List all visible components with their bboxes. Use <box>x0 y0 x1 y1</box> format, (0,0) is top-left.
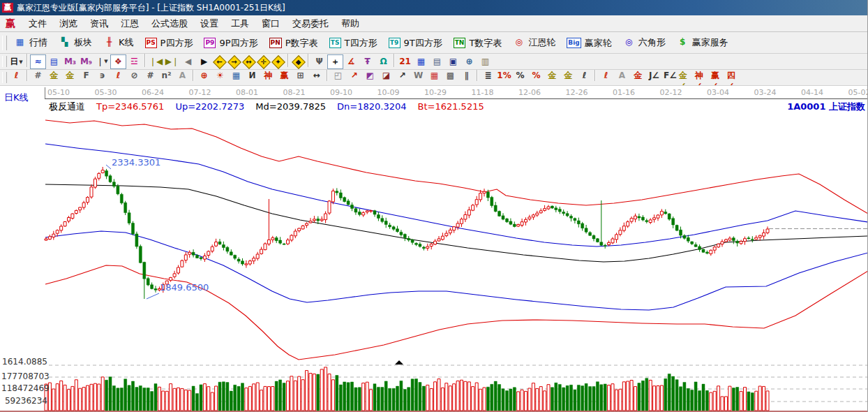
gold-underline-tool[interactable]: 金 <box>631 70 645 82</box>
gann-wheel-button[interactable]: ◎江恩轮 <box>507 35 561 50</box>
menu-item-公式选股[interactable]: 公式选股 <box>145 17 194 30</box>
menu-item-窗口[interactable]: 窗口 <box>255 17 286 30</box>
menu-item-交易委托[interactable]: 交易委托 <box>286 17 335 30</box>
circle-cross-tool[interactable]: ⊕ <box>197 70 211 82</box>
a-lines-tool[interactable]: A <box>175 70 190 82</box>
gold-circle-tool[interactable]: 金 <box>545 70 560 82</box>
full-view-diamond[interactable]: ◆ <box>292 56 305 69</box>
pan-hand-tool[interactable]: Ψ <box>312 55 327 68</box>
hash-grid-tool[interactable]: # <box>143 70 158 82</box>
gold-grid-tool[interactable]: 金 <box>47 70 61 82</box>
nine-grid-tool[interactable]: ϶ <box>95 70 110 82</box>
expand-x-diamond[interactable]: ↔ <box>242 56 255 69</box>
last-bar-button[interactable]: ▶❘ <box>165 55 179 68</box>
notes-tool[interactable]: ▤ <box>430 55 444 68</box>
period-selector[interactable]: 日▼ <box>9 55 24 68</box>
9t-square-button[interactable]: T99T四方形 <box>383 36 448 51</box>
percent-under-tool[interactable]: % <box>529 70 544 82</box>
gold-grid2-tool[interactable]: 金 <box>63 70 77 82</box>
kline-button[interactable]: ╫K线 <box>98 35 140 50</box>
f-grid-tool[interactable]: F <box>79 70 93 82</box>
j-angle-tool[interactable]: J∠ <box>647 70 661 82</box>
next-bar-button[interactable]: ▶ <box>197 55 211 68</box>
price-list-tool[interactable]: ≣ <box>481 70 495 82</box>
prev-bar-button[interactable]: ◀ <box>181 55 195 68</box>
f-angle-tool[interactable]: F∠ <box>663 70 678 82</box>
percent-tool[interactable]: % <box>513 70 527 82</box>
chip-distribution-tool[interactable]: ☲ <box>127 55 142 68</box>
gann-fan-red-tool[interactable]: ↗ <box>347 70 361 82</box>
calculator-tool[interactable]: ▦ <box>414 55 428 68</box>
t-table-button[interactable]: TNT数字表 <box>448 36 508 51</box>
hexagon-button[interactable]: ◎六角形 <box>618 35 671 50</box>
shen-angle-tool[interactable]: 神∠ <box>695 74 710 86</box>
menu-item-江恩[interactable]: 江恩 <box>114 17 145 30</box>
winner-wheel-button[interactable]: Big赢家轮 <box>561 36 617 51</box>
menu-item-浏览[interactable]: 浏览 <box>53 17 84 30</box>
pen-black-tool[interactable]: ℓ <box>577 70 592 82</box>
fan-box-purple-tool[interactable]: ◩ <box>363 70 377 82</box>
first-bar-button[interactable]: ❘◀ <box>149 55 163 68</box>
toolbar-grip[interactable] <box>2 56 7 66</box>
chart-style-tool[interactable]: ≈ <box>31 55 45 68</box>
menu-item-资讯[interactable]: 资讯 <box>84 17 114 30</box>
gold-angle-tool[interactable]: 金∠ <box>679 74 694 86</box>
parallel-lines-tool[interactable]: ∥ <box>459 70 474 82</box>
star-grid-tool[interactable]: ☀ <box>213 70 227 82</box>
shen-grid-tool[interactable]: 神 <box>261 70 276 82</box>
pencil-red-tool[interactable]: ℓ <box>599 70 613 82</box>
fan-lines-tool[interactable]: ↗ <box>395 70 410 82</box>
grid-arrow-tool[interactable]: ▩ <box>443 70 458 82</box>
wave9-tool[interactable]: M₉ <box>79 55 93 68</box>
draw-knife-tool[interactable]: ℓ <box>9 70 24 82</box>
box-select-tool[interactable]: ◰ <box>331 70 345 82</box>
spiral-tool[interactable]: Ω <box>376 55 391 68</box>
expand-diamond[interactable]: ✦ <box>271 56 285 69</box>
grid-redblue-tool[interactable]: ▦ <box>427 70 442 82</box>
shift-right-diamond[interactable]: → <box>227 56 241 69</box>
gann-tool[interactable]: Ŧ <box>360 55 375 68</box>
save-chart-tool[interactable]: ▣ <box>446 55 461 68</box>
angle-measure-tool[interactable]: ∡ <box>344 55 359 68</box>
num-ruler-tool[interactable]: ⊞ <box>293 70 308 82</box>
percent-line-red-tool[interactable]: 1% <box>497 70 511 82</box>
crosshair-tool[interactable]: ＋ <box>328 55 343 68</box>
zigzag-tool[interactable]: W <box>411 70 426 82</box>
menu-item-设置[interactable]: 设置 <box>194 17 225 30</box>
wave3-tool[interactable]: M₃ <box>63 55 77 68</box>
winner-service-button[interactable]: $赢家服务 <box>671 35 734 50</box>
kline-chart[interactable] <box>0 86 868 412</box>
win-grid-tool[interactable]: 赢 <box>277 70 292 82</box>
quotes-button[interactable]: ▦行情 <box>8 35 53 50</box>
n2-grid-tool[interactable]: n² <box>159 70 174 82</box>
fan-box-dark-tool[interactable]: ◪ <box>379 70 394 82</box>
arc-tool[interactable]: A <box>615 70 629 82</box>
t-square-button[interactable]: TST四方形 <box>324 36 383 51</box>
p-square-button[interactable]: PSP四方形 <box>140 36 199 51</box>
si-angle-tool[interactable]: 四∠ <box>727 74 742 86</box>
menu-item-文件[interactable]: 文件 <box>22 17 53 30</box>
k-mark-tool[interactable]: И <box>245 70 260 82</box>
toolbar-grip[interactable] <box>2 36 7 50</box>
p-table-button[interactable]: PNP数字表 <box>264 36 324 51</box>
info-panel-tool[interactable]: ▤ <box>47 55 61 68</box>
menu-item-工具[interactable]: 工具 <box>225 17 255 30</box>
pc-chart-tool[interactable]: ▥ <box>478 55 493 68</box>
calendar-tool[interactable]: 21 <box>398 55 412 68</box>
win-angle-tool[interactable]: 赢∠ <box>711 74 726 86</box>
dot-grid-tool[interactable]: ▦ <box>229 70 244 82</box>
single-kline-tool[interactable]: ❘▼ <box>95 55 110 68</box>
width-measure-tool[interactable]: ↔ <box>309 70 324 82</box>
clock-grid-tool[interactable]: ⊘ <box>127 70 142 82</box>
9p-square-button[interactable]: P99P四方形 <box>198 36 263 51</box>
pattern-box-tool[interactable]: ❖ <box>111 55 126 68</box>
toolbar-grip[interactable] <box>2 72 7 82</box>
sectors-button[interactable]: ▚板块 <box>53 35 98 50</box>
grid-ruler-tool[interactable]: # <box>31 70 45 82</box>
gold-lines-tool[interactable]: 金 <box>561 70 576 82</box>
shift-left-diamond[interactable]: ← <box>213 56 226 69</box>
net-update-tool[interactable]: ⊕ <box>462 55 477 68</box>
compress-diamond[interactable]: ✛ <box>257 56 270 69</box>
knife-grid-tool[interactable]: ℓ <box>111 70 126 82</box>
menu-item-帮助[interactable]: 帮助 <box>335 17 366 30</box>
